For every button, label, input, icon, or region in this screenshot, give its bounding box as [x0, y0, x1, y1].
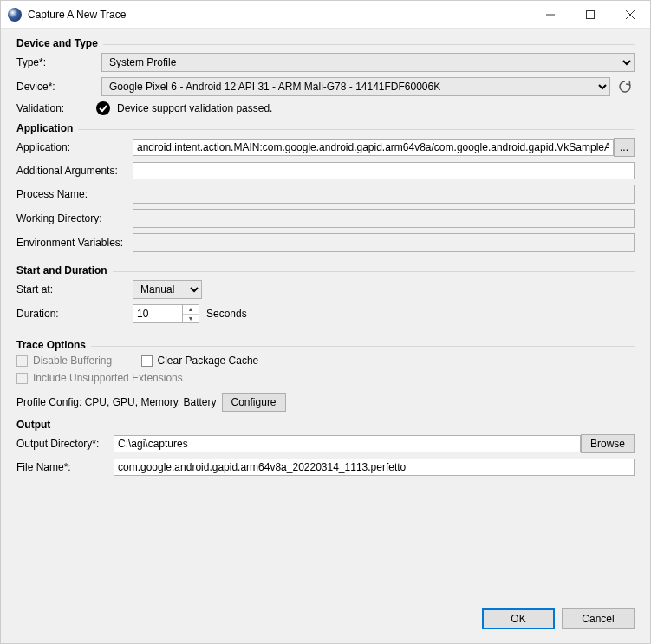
cancel-button[interactable]: Cancel: [562, 608, 635, 629]
section-title: Trace Options: [16, 339, 86, 351]
validation-message: Device support validation passed.: [117, 102, 272, 114]
dialog-buttons: OK Cancel: [16, 602, 635, 634]
file-name-input[interactable]: [114, 459, 635, 476]
application-input[interactable]: [133, 139, 614, 156]
refresh-icon: [617, 79, 633, 94]
device-refresh-button[interactable]: [615, 77, 635, 96]
minimize-button[interactable]: [531, 1, 570, 28]
spinner-up-icon[interactable]: ▲: [183, 305, 199, 315]
app-icon: [8, 8, 22, 22]
section-title: Application: [16, 122, 73, 134]
application-label: Application:: [16, 141, 133, 153]
additional-arguments-input[interactable]: [133, 162, 635, 179]
process-name-box: [133, 185, 635, 204]
duration-label: Duration:: [16, 308, 133, 320]
dialog-content: Device and Type Type*: System Profile De…: [1, 29, 650, 643]
section-device-and-type: Device and Type Type*: System Profile De…: [16, 37, 635, 115]
section-title: Output: [16, 419, 50, 431]
working-directory-box: [133, 209, 635, 228]
section-start-and-duration: Start and Duration Start at: Manual Dura…: [16, 264, 635, 329]
section-trace-options: Trace Options Disable Buffering Clear Pa…: [16, 339, 635, 412]
environment-variables-box: [133, 233, 635, 252]
checkbox-icon: [16, 355, 28, 367]
section-title: Device and Type: [16, 37, 98, 49]
device-select[interactable]: Google Pixel 6 - Android 12 API 31 - ARM…: [101, 77, 610, 96]
start-at-select[interactable]: Manual: [133, 280, 202, 299]
application-browse-button[interactable]: ...: [614, 138, 635, 157]
duration-input[interactable]: [133, 305, 182, 322]
device-label: Device*:: [16, 81, 101, 93]
duration-units: Seconds: [206, 308, 247, 320]
additional-arguments-label: Additional Arguments:: [16, 165, 133, 177]
validation-label: Validation:: [16, 102, 96, 114]
disable-buffering-checkbox: Disable Buffering: [16, 355, 112, 367]
section-application: Application Application: ... Additional …: [16, 122, 635, 257]
close-button[interactable]: [610, 1, 650, 28]
section-output: Output Output Directory*: Browse File Na…: [16, 419, 635, 481]
type-label: Type*:: [16, 56, 101, 68]
spinner-down-icon[interactable]: ▼: [183, 315, 199, 323]
titlebar: Capture A New Trace: [1, 1, 650, 29]
maximize-button[interactable]: [570, 1, 610, 28]
duration-spinner[interactable]: ▲ ▼: [133, 304, 199, 323]
process-name-label: Process Name:: [16, 188, 133, 200]
window-controls: [531, 1, 650, 28]
include-unsupported-extensions-checkbox: Include Unsupported Extensions: [16, 372, 183, 384]
window: Capture A New Trace Device and Type Type…: [0, 0, 651, 644]
checkbox-icon: [141, 355, 153, 367]
window-title: Capture A New Trace: [28, 9, 126, 21]
file-name-label: File Name*:: [16, 461, 114, 473]
validation-check-icon: [96, 101, 110, 115]
checkbox-label: Disable Buffering: [33, 355, 112, 367]
ok-button[interactable]: OK: [482, 608, 555, 629]
checkbox-label: Clear Package Cache: [158, 355, 259, 367]
profile-config-label: Profile Config: CPU, GPU, Memory, Batter…: [16, 396, 217, 408]
environment-variables-label: Environment Variables:: [16, 237, 133, 249]
configure-button[interactable]: Configure: [222, 393, 286, 412]
start-at-label: Start at:: [16, 283, 133, 296]
output-directory-input[interactable]: [114, 435, 581, 452]
output-directory-browse-button[interactable]: Browse: [581, 434, 635, 453]
clear-package-cache-checkbox[interactable]: Clear Package Cache: [141, 355, 259, 367]
checkbox-icon: [16, 373, 28, 384]
spinner-arrows[interactable]: ▲ ▼: [182, 305, 199, 322]
section-title: Start and Duration: [16, 264, 107, 276]
svg-rect-1: [587, 10, 595, 18]
output-directory-label: Output Directory*:: [16, 438, 114, 450]
working-directory-label: Working Directory:: [16, 212, 133, 224]
type-select[interactable]: System Profile: [101, 53, 635, 72]
checkbox-label: Include Unsupported Extensions: [33, 372, 183, 384]
